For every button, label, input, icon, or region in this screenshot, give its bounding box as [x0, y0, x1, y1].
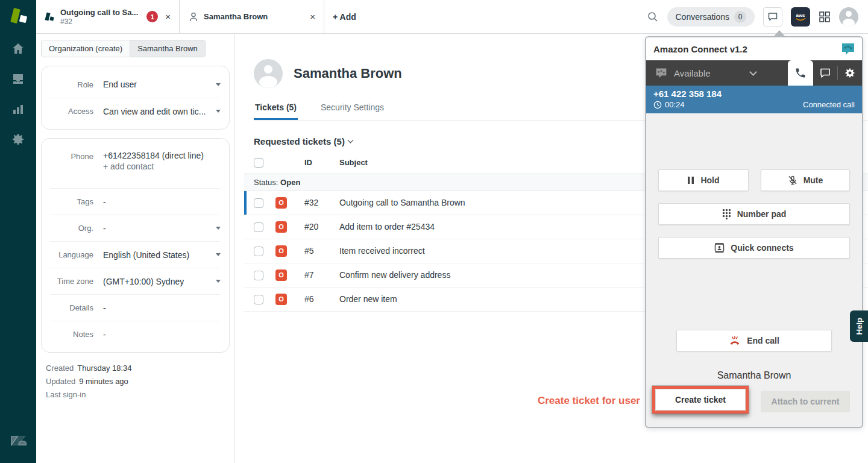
ticket-id: #7	[304, 263, 339, 287]
attach-to-current-button[interactable]: Attach to current	[761, 391, 850, 412]
mute-label: Mute	[804, 175, 823, 185]
connected-call-bar: +61 422 358 184 00:24 Connected call	[646, 86, 862, 113]
access-select[interactable]: Can view and edit own tic...	[103, 107, 212, 116]
home-icon[interactable]	[0, 34, 36, 64]
admin-gear-icon[interactable]	[0, 124, 36, 154]
search-icon[interactable]	[647, 11, 659, 23]
reports-icon[interactable]	[0, 94, 36, 124]
select-all-checkbox[interactable]	[254, 158, 263, 168]
svg-text:aws: aws	[796, 13, 805, 18]
details-field: Details -	[50, 294, 221, 321]
avatar	[254, 59, 283, 88]
apps-grid-icon[interactable]	[819, 11, 831, 23]
connect-logo-icon	[840, 42, 856, 56]
status-badge: O	[275, 197, 287, 209]
ticket-subject[interactable]: Item received incorrect	[339, 239, 698, 263]
breadcrumb: Organization (create) Samantha Brown	[41, 40, 206, 57]
mute-button[interactable]: Mute	[761, 169, 850, 191]
ticket-subject[interactable]: Add item to order #25434	[339, 215, 698, 239]
number-pad-icon	[722, 209, 731, 219]
chevron-down-icon[interactable]	[216, 83, 221, 86]
settings-gear-icon[interactable]	[838, 67, 862, 79]
tab-tickets[interactable]: Tickets (5)	[254, 102, 298, 120]
breadcrumb-user[interactable]: Samantha Brown	[130, 40, 205, 57]
close-icon[interactable]: ×	[307, 10, 318, 23]
row-checkbox[interactable]	[254, 222, 263, 232]
org-select[interactable]: -	[103, 224, 212, 233]
end-call-button[interactable]: End call	[676, 330, 832, 351]
number-pad-button[interactable]: Number pad	[658, 203, 850, 225]
ticket-subject[interactable]: Outgoing call to Samantha Brown	[339, 191, 698, 215]
group-value: Open	[280, 178, 300, 187]
status-badge: O	[275, 221, 287, 233]
tab-subtitle: #32	[60, 17, 142, 26]
field-label: Notes	[50, 330, 93, 339]
field-label: Tags	[50, 197, 93, 206]
agent-status-label[interactable]: Available	[674, 68, 711, 78]
org-field: Org. -	[50, 215, 221, 241]
help-label: Help	[855, 318, 864, 335]
status-badge: O	[275, 269, 287, 281]
chat-tab-icon[interactable]	[813, 67, 837, 79]
user-details-panel: Organization (create) Samantha Brown Rol…	[36, 34, 235, 463]
chevron-down-icon[interactable]	[216, 253, 221, 256]
language-field: Language English (United States)	[50, 241, 221, 268]
hold-button[interactable]: Hold	[658, 169, 749, 191]
field-label: Access	[50, 107, 93, 116]
group-label: Status:	[254, 178, 278, 187]
conversations-count: 0	[734, 11, 746, 23]
row-checkbox[interactable]	[254, 271, 263, 280]
end-call-label: End call	[747, 336, 779, 345]
chevron-down-icon[interactable]	[216, 110, 221, 113]
chevron-down-icon[interactable]	[216, 227, 221, 230]
close-icon[interactable]: ×	[163, 10, 173, 23]
language-select[interactable]: English (United States)	[103, 250, 212, 260]
col-header-id[interactable]: ID	[304, 153, 339, 174]
field-label: Details	[50, 303, 93, 312]
role-select[interactable]: End user	[103, 80, 212, 89]
phone-icon	[794, 67, 807, 79]
tab-text: Outgoing call to Sa... #32	[60, 8, 142, 26]
aws-icon[interactable]: aws	[791, 7, 810, 27]
details-value[interactable]: -	[103, 303, 221, 313]
row-checkbox[interactable]	[254, 247, 263, 256]
hold-label: Hold	[700, 175, 719, 185]
tab-ticket-32[interactable]: Outgoing call to Sa... #32 1 ×	[36, 0, 180, 33]
panel-pointer-caret	[774, 30, 785, 36]
connect-header: Amazon Connect v1.2	[646, 37, 862, 60]
quick-connects-button[interactable]: Quick connects	[658, 237, 850, 259]
row-checkbox[interactable]	[254, 295, 263, 304]
tags-field: Tags -	[50, 188, 221, 215]
add-tab-button[interactable]: + Add	[324, 0, 365, 33]
tab-title: Outgoing call to Sa...	[60, 8, 142, 17]
ticket-subject[interactable]: Order new item	[339, 287, 698, 311]
tags-value[interactable]: -	[103, 197, 221, 207]
chat-icon[interactable]	[763, 7, 782, 27]
softphone-tab[interactable]	[788, 60, 813, 86]
add-contact-link[interactable]: + add contact	[103, 162, 221, 171]
help-tab[interactable]: Help	[850, 310, 868, 342]
call-phone-number: +61 422 358 184	[653, 89, 855, 99]
create-ticket-button[interactable]: Create ticket	[655, 389, 746, 411]
phone-value[interactable]: +61422358184 (direct line)	[103, 151, 221, 160]
timezone-select[interactable]: (GMT+10:00) Sydney	[103, 277, 212, 286]
row-checkbox[interactable]	[254, 198, 263, 208]
contact-name: Samantha Brown	[646, 370, 862, 381]
col-header-subject[interactable]: Subject	[339, 153, 698, 174]
tab-security-settings[interactable]: Security Settings	[319, 102, 385, 120]
notes-value[interactable]: -	[103, 330, 221, 339]
breadcrumb-organization[interactable]: Organization (create)	[42, 40, 130, 57]
field-label: Role	[50, 80, 93, 89]
conversations-button[interactable]: Conversations 0	[667, 7, 755, 27]
chevron-down-icon[interactable]	[216, 280, 221, 283]
ticket-id: #20	[304, 215, 339, 239]
zendesk-product-icon[interactable]	[0, 0, 36, 34]
tab-samantha-brown[interactable]: Samantha Brown ×	[180, 0, 324, 33]
user-avatar[interactable]	[839, 7, 858, 27]
views-icon[interactable]	[0, 64, 36, 94]
status-badge: O	[275, 245, 287, 257]
role-access-card: Role End user Access Can view and edit o…	[41, 66, 230, 130]
agent-status-bar: Available	[646, 60, 862, 86]
ticket-subject[interactable]: Confirm new delivery address	[339, 263, 698, 287]
chevron-down-icon[interactable]	[749, 68, 757, 76]
